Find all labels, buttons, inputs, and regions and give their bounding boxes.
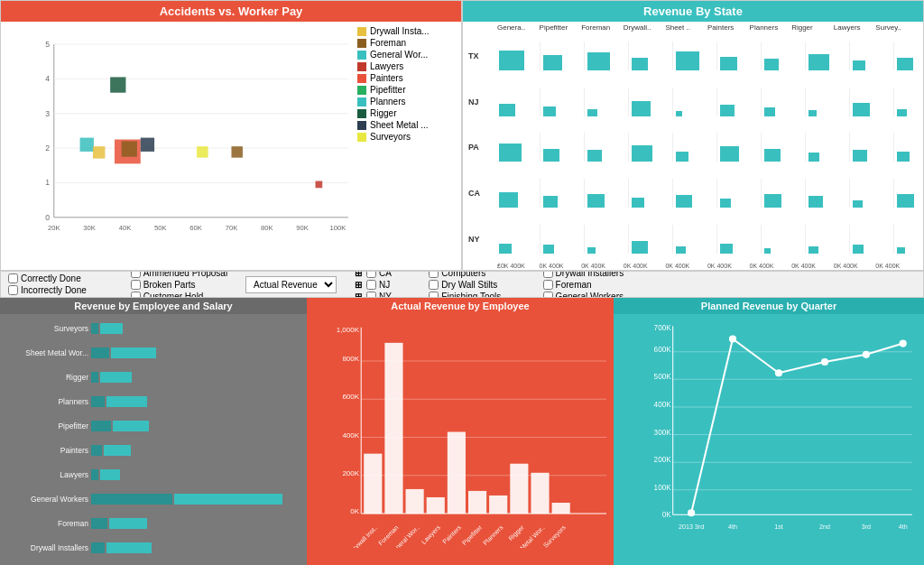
state-row: PA xyxy=(468,133,918,162)
legend-item: Planners xyxy=(357,97,457,107)
svg-rect-22 xyxy=(110,77,125,92)
scatter-title: Accidents vs. Worker Pay xyxy=(1,1,461,22)
svg-rect-46 xyxy=(427,497,445,514)
legend-item: General Wor... xyxy=(357,50,457,60)
svg-text:1,000K: 1,000K xyxy=(337,326,360,334)
worker-foreman[interactable]: Foreman xyxy=(543,280,624,290)
svg-point-83 xyxy=(863,351,870,358)
svg-text:800K: 800K xyxy=(342,355,359,363)
salary-bar-1 xyxy=(91,494,172,505)
salary-bar-2 xyxy=(100,323,123,334)
job-location-nj[interactable]: ⊞ NJ xyxy=(355,280,411,290)
svg-text:30K: 30K xyxy=(83,224,97,232)
delay-filter-group: Delay Reason Ammended Proposal Broken Pa… xyxy=(131,271,227,298)
legend-item: Drywall Insta... xyxy=(357,26,457,36)
equipment-finishing[interactable]: Finishing Tools xyxy=(429,292,524,299)
equipment-computers-cb[interactable] xyxy=(429,271,439,278)
delay-ammended-cb[interactable] xyxy=(131,271,141,278)
svg-text:4th: 4th xyxy=(728,523,737,531)
salary-row: General Workers xyxy=(7,494,300,505)
svg-text:Pipefitter: Pipefitter xyxy=(461,523,485,547)
worker-type-filter-group: Worker Type Drywall Installers Foreman G… xyxy=(543,271,624,298)
salary-bar-1 xyxy=(91,347,109,358)
svg-rect-50 xyxy=(510,464,528,514)
svg-text:Rigger: Rigger xyxy=(507,523,526,542)
svg-text:60K: 60K xyxy=(189,224,203,232)
planned-revenue-panel: Planned Revenue by Quarter 0K 100K 200K … xyxy=(614,298,924,565)
svg-text:600K: 600K xyxy=(342,393,359,401)
status-incorrectly-done-cb[interactable] xyxy=(8,285,18,295)
svg-text:4th: 4th xyxy=(899,523,908,531)
salary-bar-1 xyxy=(91,372,98,383)
svg-text:Lawyers: Lawyers xyxy=(420,523,443,546)
salary-bar-1 xyxy=(91,396,105,407)
salary-bar-1 xyxy=(91,542,105,553)
actual-revenue-panel: Actual Revenue by Employee 0K 200K 400K … xyxy=(307,298,614,565)
svg-rect-29 xyxy=(231,146,242,157)
svg-rect-28 xyxy=(197,146,208,157)
salary-bar-1 xyxy=(91,421,111,431)
planned-revenue-title: Planned Revenue by Quarter xyxy=(614,298,924,314)
scatter-legend: Drywall Insta...ForemanGeneral Wor...Law… xyxy=(353,22,461,271)
status-incorrectly-done[interactable]: Incorrectly Done xyxy=(8,285,113,295)
svg-text:400K: 400K xyxy=(342,431,359,440)
job-location-ny[interactable]: ⊞ NY xyxy=(355,292,411,299)
job-location-ca-cb[interactable] xyxy=(366,271,376,278)
salary-bar-1 xyxy=(91,518,107,529)
svg-text:70K: 70K xyxy=(226,224,239,232)
planned-revenue-content: 0K 100K 200K 300K 400K 500K 600K 700K xyxy=(614,314,924,561)
svg-text:4: 4 xyxy=(45,74,50,83)
equipment-finishing-cb[interactable] xyxy=(429,292,439,299)
svg-rect-47 xyxy=(448,432,466,514)
svg-text:80K: 80K xyxy=(261,224,274,232)
delay-broken-parts-cb[interactable] xyxy=(131,280,141,290)
svg-text:5: 5 xyxy=(45,40,50,49)
salary-bar-1 xyxy=(91,445,102,456)
delay-broken-parts[interactable]: Broken Parts xyxy=(131,280,227,290)
salary-bar-2 xyxy=(174,494,282,505)
job-location-ca[interactable]: ⊞ CA xyxy=(355,271,411,278)
status-correctly-done[interactable]: Correctly Done xyxy=(8,273,113,283)
legend-item: Painters xyxy=(357,73,457,83)
scatter-panel: Accidents vs. Worker Pay 0 xyxy=(0,0,462,271)
state-row: NJ xyxy=(468,88,918,116)
salary-title: Revenue by Employee and Salary xyxy=(0,298,307,314)
worker-drywall[interactable]: Drywall Installers xyxy=(543,271,624,278)
svg-rect-48 xyxy=(468,491,486,514)
salary-bar-2 xyxy=(113,421,149,431)
job-location-nj-cb[interactable] xyxy=(366,280,376,290)
revenue-dropdown[interactable]: Actual Revenue xyxy=(245,276,337,293)
svg-text:20K: 20K xyxy=(48,224,61,232)
svg-text:1: 1 xyxy=(45,178,50,187)
salary-row: Rigger xyxy=(7,372,300,383)
bottom-row: Revenue by Employee and Salary Surveyors… xyxy=(0,298,924,565)
equipment-filter-group: Equipment Used Computers Dry Wall Stilts… xyxy=(429,271,524,298)
svg-text:Planners: Planners xyxy=(482,523,504,546)
salary-row: Painters xyxy=(7,445,300,456)
salary-bar-2 xyxy=(111,347,156,358)
worker-general-cb[interactable] xyxy=(543,292,553,299)
status-correctly-done-cb[interactable] xyxy=(8,273,18,283)
delay-ammended[interactable]: Ammended Proposal xyxy=(131,271,227,278)
svg-rect-49 xyxy=(489,496,507,514)
job-location-ny-cb[interactable] xyxy=(366,292,376,299)
worker-foreman-cb[interactable] xyxy=(543,280,553,290)
salary-bar-2 xyxy=(109,518,147,529)
worker-general[interactable]: General Workers xyxy=(543,292,624,299)
dashboard: Accidents vs. Worker Pay 0 xyxy=(0,0,924,565)
worker-drywall-cb[interactable] xyxy=(543,271,553,278)
legend-item: Surveyors xyxy=(357,132,457,142)
filters-row: Status Correctly Done Incorrectly Done R… xyxy=(0,271,924,298)
svg-text:Surveyors: Surveyors xyxy=(542,523,568,548)
equipment-drywall-cb[interactable] xyxy=(429,280,439,290)
delay-customer-hold-cb[interactable] xyxy=(131,292,141,299)
state-row: TX xyxy=(468,42,918,70)
dropdown-container[interactable]: Actual Revenue xyxy=(245,276,337,293)
delay-customer-hold[interactable]: Customer Hold xyxy=(131,292,227,299)
svg-text:600K: 600K xyxy=(654,346,672,354)
scatter-svg: 0 1 2 3 4 5 20K 30K 40K 50K 60K 70K 80K xyxy=(28,26,348,253)
salary-bar-1 xyxy=(91,469,98,480)
svg-point-82 xyxy=(821,358,828,366)
equipment-computers[interactable]: Computers xyxy=(429,271,524,278)
equipment-drywall[interactable]: Dry Wall Stilts xyxy=(429,280,524,290)
